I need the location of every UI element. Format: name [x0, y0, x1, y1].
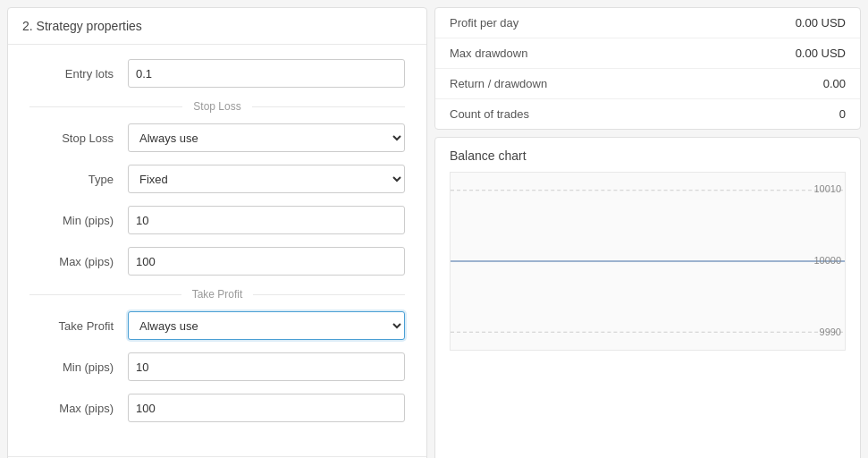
- sl-max-pips-input[interactable]: [128, 247, 405, 276]
- return-drawdown-value: 0.00: [823, 77, 846, 90]
- chart-label-bot: 9990: [820, 327, 841, 337]
- entry-lots-input[interactable]: [128, 59, 405, 88]
- section2-header: 2. Strategy properties: [8, 8, 426, 45]
- take-profit-select[interactable]: Always use Never use Sometimes use: [128, 311, 405, 340]
- sl-max-pips-label: Max (pips): [29, 255, 128, 268]
- sl-min-pips-label: Min (pips): [29, 214, 128, 227]
- stats-row: Return / drawdown 0.00: [435, 69, 860, 99]
- stop-loss-label: Stop Loss: [29, 131, 128, 145]
- max-drawdown-value: 0.00 USD: [796, 47, 846, 60]
- count-trades-label: Count of trades: [450, 107, 529, 121]
- profit-per-day-value: 0.00 USD: [796, 16, 846, 30]
- type-select[interactable]: Fixed Dynamic: [128, 165, 405, 193]
- type-label: Type: [29, 173, 128, 186]
- chart-title: Balance chart: [450, 148, 846, 163]
- chart-label-mid: 10000: [813, 255, 841, 266]
- stop-loss-select[interactable]: Always use Never use Sometimes use: [128, 123, 405, 152]
- stop-loss-divider: Stop Loss: [29, 100, 405, 113]
- stats-table: Profit per day 0.00 USD Max drawdown 0.0…: [434, 7, 861, 130]
- stats-row: Max drawdown 0.00 USD: [435, 38, 860, 69]
- sl-min-pips-input[interactable]: [128, 206, 405, 234]
- return-drawdown-label: Return / drawdown: [450, 77, 547, 90]
- count-trades-value: 0: [839, 107, 846, 121]
- tp-min-pips-input[interactable]: [128, 352, 405, 381]
- chart-area: 10010 10000 9990: [450, 172, 846, 351]
- chart-label-top: 10010: [813, 183, 841, 194]
- entry-lots-label: Entry lots: [29, 67, 128, 81]
- take-profit-label: Take Profit: [29, 319, 128, 333]
- stats-row: Count of trades 0: [435, 99, 860, 129]
- tp-min-pips-label: Min (pips): [29, 360, 128, 374]
- tp-max-pips-label: Max (pips): [29, 402, 128, 415]
- profit-per-day-label: Profit per day: [450, 16, 518, 30]
- max-drawdown-label: Max drawdown: [450, 47, 527, 60]
- chart-section: Balance chart 10010 10000 9990: [434, 137, 861, 458]
- stats-row: Profit per day 0.00 USD: [435, 8, 860, 38]
- take-profit-divider: Take Profit: [29, 288, 405, 301]
- tp-max-pips-input[interactable]: [128, 394, 405, 422]
